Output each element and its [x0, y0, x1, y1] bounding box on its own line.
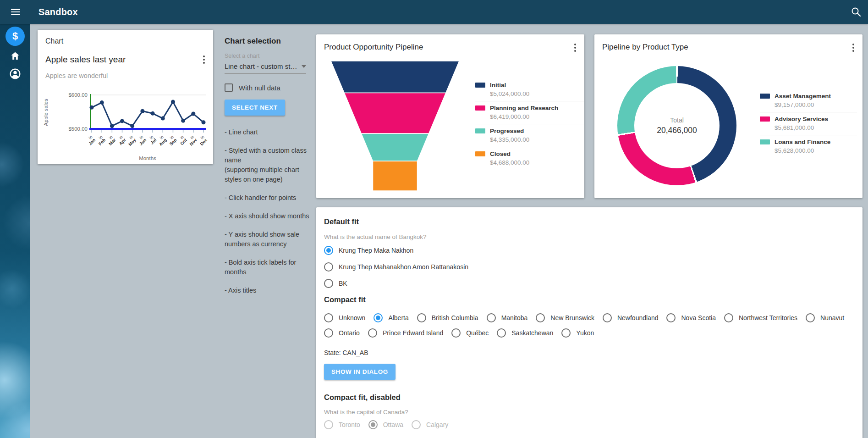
radio-option-alberta[interactable]: Alberta [374, 313, 408, 322]
kebab-menu-icon[interactable] [201, 54, 207, 66]
feature-note-item: - Line chart [225, 128, 314, 137]
legend-value: $6,419,000.00 [490, 113, 584, 120]
legend-value: $5,024,000.00 [490, 90, 584, 97]
radio-unselected-icon [324, 420, 333, 429]
pipeline-by-type-card: Pipeline by Product Type Total 20,466,00… [594, 34, 863, 198]
radio-unselected-icon [324, 328, 333, 338]
radio-option-label: Unknown [339, 314, 365, 322]
radio-option-newfoundland[interactable]: Newfoundland [603, 313, 659, 322]
hamburger-icon[interactable] [11, 9, 20, 15]
radio-option-northwest-territories[interactable]: Northwest Territories [724, 313, 797, 322]
opportunity-pipeline-card: Product Opportunity Pipeline Initial$5,0… [316, 34, 584, 198]
radio-option-label: Ottawa [383, 421, 403, 428]
with-null-data-checkbox[interactable]: With null data [225, 83, 316, 92]
chevron-down-icon [302, 65, 306, 68]
radio-option-krung-thep-maka-nakhon[interactable]: Krung Thep Maka Nakhon [324, 246, 855, 255]
funnel-segment-closed[interactable] [373, 161, 418, 191]
search-icon[interactable] [851, 6, 862, 17]
radio-option-nova-scotia[interactable]: Nova Scotia [666, 313, 715, 322]
kebab-menu-icon[interactable] [851, 42, 856, 54]
radio-unselected-icon [497, 328, 506, 338]
radio-option-unknown[interactable]: Unknown [324, 313, 365, 322]
dollar-icon: $ [5, 27, 25, 46]
svg-text:inApr: inApr [115, 134, 127, 146]
radio-option-label: Prince Edward Island [383, 329, 443, 337]
chart-select-dropdown[interactable]: Line chart - custom st… [225, 62, 306, 74]
radio-option-ontario[interactable]: Ontario [324, 328, 360, 338]
sidebar-item-finance[interactable]: $ [0, 27, 30, 46]
app-title: Sandbox [38, 7, 78, 17]
radio-unselected-icon [324, 313, 333, 322]
radio-unselected-icon [724, 313, 733, 322]
radio-option-saskatchewan[interactable]: Saskatchewan [497, 328, 553, 338]
radio-option-nunavut[interactable]: Nunavut [806, 313, 844, 322]
legend-value: $9,157,000.00 [775, 101, 857, 108]
feature-note-item: - X axis should show months [225, 211, 314, 221]
state-label: State: CAN_AB [324, 349, 855, 356]
radio-option-new-brunswick[interactable]: New Brunswick [536, 313, 594, 322]
feature-note-item: - Click handler for points [225, 193, 314, 203]
radio-option-prince-edward-island[interactable]: Prince Edward Island [368, 328, 443, 338]
legend-swatch [475, 105, 485, 111]
svg-text:inDec: inDec [196, 134, 208, 146]
legend-row: Progressed [475, 128, 584, 134]
compact-fit-heading: Compact fit [324, 295, 855, 304]
apple-sales-line-chart[interactable]: inJaninFebinMarinAprinMayinJuninJulinAug… [40, 85, 210, 163]
legend-value: $5,681,000.00 [775, 124, 857, 131]
top-app-bar: Sandbox [0, 0, 868, 24]
legend-row: Loans and Finance [760, 139, 857, 145]
legend-row: Advisory Services [760, 116, 857, 122]
radio-option-label: New Brunswick [550, 314, 594, 322]
legend-row: Planning and Research [475, 105, 584, 111]
svg-text:inNov: inNov [186, 134, 198, 147]
compact-fit-disabled-options: TorontoOttawaCalgary [324, 420, 855, 429]
legend-item-asset-management: Asset Management$9,157,000.00 [760, 89, 857, 112]
card-title: Pipeline by Product Type [602, 43, 688, 52]
funnel-segment-initial[interactable] [331, 61, 459, 93]
radio-option-label: Northwest Territories [739, 314, 797, 322]
legend-swatch [475, 83, 485, 88]
radio-option-manitoba[interactable]: Manitoba [487, 313, 528, 322]
legend-value: $4,335,000.00 [490, 136, 584, 143]
radio-option-label: Alberta [388, 314, 408, 322]
svg-text:$500.00: $500.00 [68, 126, 88, 132]
legend-item-planning-and-research: Planning and Research$6,419,000.00 [475, 101, 584, 124]
person-icon [10, 68, 21, 79]
funnel-segment-planning-and-research[interactable] [344, 93, 446, 134]
radio-option-calgary: Calgary [412, 420, 448, 429]
select-label: Select a chart [225, 53, 316, 59]
radio-option-yukon[interactable]: Yukon [561, 328, 594, 338]
compact-fit-disabled-heading: Compact fit, disabled [324, 393, 855, 402]
radio-option-label: British Columbia [432, 314, 478, 322]
chart-selection-panel: Chart selection Select a chart Line char… [225, 37, 316, 304]
radio-unselected-icon [417, 313, 426, 322]
radio-option-british-columbia[interactable]: British Columbia [417, 313, 478, 322]
home-icon [10, 50, 21, 61]
radio-option-toronto: Toronto [324, 420, 360, 429]
svg-text:Months: Months [139, 155, 156, 161]
svg-text:inOct: inOct [176, 134, 188, 146]
default-fit-heading: Default fit [324, 217, 855, 226]
kebab-menu-icon[interactable] [572, 42, 578, 54]
sidebar-item-home[interactable] [0, 50, 30, 61]
radio-option-krung-thep-mahanakhon-amon-rattanakosin[interactable]: Krung Thep Mahanakhon Amon Rattanakosin [324, 262, 855, 272]
donut-chart[interactable]: Total 20,466,000 [617, 66, 736, 185]
radio-option-label: Krung Thep Maka Nakhon [339, 247, 413, 254]
legend-swatch [760, 94, 770, 99]
radio-selected-icon [368, 420, 378, 429]
svg-text:inSep: inSep [165, 134, 177, 146]
sidebar-item-account[interactable] [0, 68, 30, 79]
funnel-chart[interactable] [316, 61, 477, 192]
chart-subtitle: Apples are wonderful [45, 72, 108, 79]
radio-option-label: Manitoba [501, 314, 528, 322]
select-next-button[interactable]: SELECT NEXT [225, 100, 285, 116]
legend-item-progressed: Progressed$4,335,000.00 [475, 124, 584, 147]
show-in-dialog-button[interactable]: SHOW IN DIALOG [324, 364, 396, 380]
radio-option-qu-bec[interactable]: Québec [451, 328, 489, 338]
legend-value: $5,628,000.00 [775, 147, 857, 154]
radio-unselected-icon [368, 328, 377, 338]
radio-option-bk[interactable]: BK [324, 279, 855, 288]
radio-option-label: Nunavut [820, 314, 844, 322]
funnel-segment-progressed[interactable] [361, 133, 429, 161]
checkbox-icon [225, 83, 233, 92]
